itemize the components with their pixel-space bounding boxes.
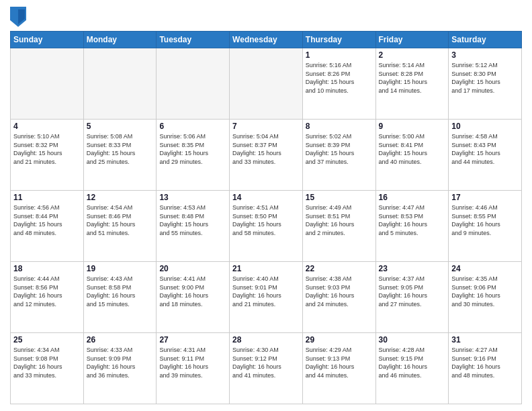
day-number: 26 [87,335,154,345]
day-info: Sunrise: 5:06 AM Sunset: 8:35 PM Dayligh… [159,132,226,166]
day-info: Sunrise: 4:58 AM Sunset: 8:43 PM Dayligh… [451,132,519,166]
day-cell: 27Sunrise: 4:31 AM Sunset: 9:11 PM Dayli… [157,333,230,404]
day-cell: 6Sunrise: 5:06 AM Sunset: 8:35 PM Daylig… [157,120,230,191]
day-number: 29 [306,335,373,345]
day-info: Sunrise: 4:27 AM Sunset: 9:16 PM Dayligh… [451,346,519,379]
day-number: 3 [451,50,519,60]
day-number: 21 [232,264,300,273]
day-number: 5 [87,122,154,131]
day-info: Sunrise: 4:34 AM Sunset: 9:08 PM Dayligh… [13,346,81,379]
day-cell [157,48,230,120]
day-info: Sunrise: 4:37 AM Sunset: 9:05 PM Dayligh… [379,275,446,308]
day-cell: 3Sunrise: 5:12 AM Sunset: 8:30 PM Daylig… [449,48,522,120]
header [10,7,522,27]
day-number: 15 [306,193,373,202]
day-cell [11,48,84,120]
day-cell [83,48,157,120]
day-number: 22 [306,264,373,273]
day-cell: 26Sunrise: 4:33 AM Sunset: 9:09 PM Dayli… [83,333,157,404]
day-cell: 8Sunrise: 5:02 AM Sunset: 8:39 PM Daylig… [302,120,375,191]
day-info: Sunrise: 5:02 AM Sunset: 8:39 PM Dayligh… [306,132,373,166]
day-info: Sunrise: 4:35 AM Sunset: 9:06 PM Dayligh… [451,275,519,308]
day-number: 9 [379,122,446,131]
day-cell: 29Sunrise: 4:29 AM Sunset: 9:13 PM Dayli… [302,333,375,404]
day-info: Sunrise: 4:30 AM Sunset: 9:12 PM Dayligh… [232,346,300,379]
day-info: Sunrise: 4:41 AM Sunset: 9:00 PM Dayligh… [159,275,226,308]
day-number: 30 [379,335,446,345]
day-number: 17 [451,193,519,202]
week-row-1: 4Sunrise: 5:10 AM Sunset: 8:32 PM Daylig… [11,120,522,191]
day-info: Sunrise: 4:33 AM Sunset: 9:09 PM Dayligh… [87,346,154,379]
day-number: 25 [13,335,81,345]
day-info: Sunrise: 5:16 AM Sunset: 8:26 PM Dayligh… [306,61,373,95]
day-number: 13 [159,193,226,202]
day-number: 6 [159,122,226,131]
weekday-tuesday: Tuesday [157,32,230,48]
day-cell: 2Sunrise: 5:14 AM Sunset: 8:28 PM Daylig… [375,48,449,120]
page: SundayMondayTuesdayWednesdayThursdayFrid… [0,0,532,411]
day-info: Sunrise: 4:56 AM Sunset: 8:44 PM Dayligh… [13,203,81,237]
day-info: Sunrise: 5:12 AM Sunset: 8:30 PM Dayligh… [451,61,519,95]
day-number: 14 [232,193,300,202]
day-info: Sunrise: 4:38 AM Sunset: 9:03 PM Dayligh… [306,275,373,308]
day-number: 24 [451,264,519,273]
day-number: 18 [13,264,81,273]
day-info: Sunrise: 5:08 AM Sunset: 8:33 PM Dayligh… [87,132,154,166]
day-cell: 17Sunrise: 4:46 AM Sunset: 8:55 PM Dayli… [449,191,522,262]
day-cell: 9Sunrise: 5:00 AM Sunset: 8:41 PM Daylig… [375,120,449,191]
day-info: Sunrise: 4:49 AM Sunset: 8:51 PM Dayligh… [306,203,373,237]
day-number: 20 [159,264,226,273]
day-info: Sunrise: 4:47 AM Sunset: 8:53 PM Dayligh… [379,203,446,237]
day-cell: 28Sunrise: 4:30 AM Sunset: 9:12 PM Dayli… [230,333,303,404]
day-cell: 23Sunrise: 4:37 AM Sunset: 9:05 PM Dayli… [375,262,449,333]
day-info: Sunrise: 4:53 AM Sunset: 8:48 PM Dayligh… [159,203,226,237]
day-info: Sunrise: 4:44 AM Sunset: 8:56 PM Dayligh… [13,275,81,308]
day-cell: 11Sunrise: 4:56 AM Sunset: 8:44 PM Dayli… [11,191,84,262]
day-number: 10 [451,122,519,131]
day-info: Sunrise: 4:40 AM Sunset: 9:01 PM Dayligh… [232,275,300,308]
day-number: 4 [13,122,81,131]
day-cell: 25Sunrise: 4:34 AM Sunset: 9:08 PM Dayli… [11,333,84,404]
weekday-sunday: Sunday [11,32,84,48]
day-number: 23 [379,264,446,273]
day-cell: 20Sunrise: 4:41 AM Sunset: 9:00 PM Dayli… [157,262,230,333]
day-cell: 15Sunrise: 4:49 AM Sunset: 8:51 PM Dayli… [302,191,375,262]
week-row-4: 25Sunrise: 4:34 AM Sunset: 9:08 PM Dayli… [11,333,522,404]
weekday-saturday: Saturday [449,32,522,48]
day-number: 27 [159,335,226,345]
day-info: Sunrise: 4:43 AM Sunset: 8:58 PM Dayligh… [87,275,154,308]
day-number: 1 [306,50,373,60]
day-info: Sunrise: 5:10 AM Sunset: 8:32 PM Dayligh… [13,132,81,166]
day-info: Sunrise: 4:29 AM Sunset: 9:13 PM Dayligh… [306,346,373,379]
weekday-thursday: Thursday [302,32,375,48]
day-cell: 19Sunrise: 4:43 AM Sunset: 8:58 PM Dayli… [83,262,157,333]
day-cell: 4Sunrise: 5:10 AM Sunset: 8:32 PM Daylig… [11,120,84,191]
logo-icon [10,7,26,27]
day-number: 28 [232,335,300,345]
logo [10,7,29,27]
day-cell: 14Sunrise: 4:51 AM Sunset: 8:50 PM Dayli… [230,191,303,262]
day-info: Sunrise: 5:04 AM Sunset: 8:37 PM Dayligh… [232,132,300,166]
day-number: 12 [87,193,154,202]
day-number: 31 [451,335,519,345]
day-info: Sunrise: 4:54 AM Sunset: 8:46 PM Dayligh… [87,203,154,237]
weekday-monday: Monday [83,32,157,48]
day-number: 8 [306,122,373,131]
day-cell [230,48,303,120]
calendar: SundayMondayTuesdayWednesdayThursdayFrid… [10,31,522,404]
weekday-friday: Friday [375,32,449,48]
week-row-3: 18Sunrise: 4:44 AM Sunset: 8:56 PM Dayli… [11,262,522,333]
weekday-header-row: SundayMondayTuesdayWednesdayThursdayFrid… [11,32,522,48]
week-row-2: 11Sunrise: 4:56 AM Sunset: 8:44 PM Dayli… [11,191,522,262]
day-number: 2 [379,50,446,60]
day-number: 7 [232,122,300,131]
day-number: 11 [13,193,81,202]
day-cell: 24Sunrise: 4:35 AM Sunset: 9:06 PM Dayli… [449,262,522,333]
day-cell: 22Sunrise: 4:38 AM Sunset: 9:03 PM Dayli… [302,262,375,333]
day-cell: 7Sunrise: 5:04 AM Sunset: 8:37 PM Daylig… [230,120,303,191]
day-cell: 13Sunrise: 4:53 AM Sunset: 8:48 PM Dayli… [157,191,230,262]
day-cell: 12Sunrise: 4:54 AM Sunset: 8:46 PM Dayli… [83,191,157,262]
day-number: 16 [379,193,446,202]
day-info: Sunrise: 5:14 AM Sunset: 8:28 PM Dayligh… [379,61,446,95]
day-info: Sunrise: 4:51 AM Sunset: 8:50 PM Dayligh… [232,203,300,237]
